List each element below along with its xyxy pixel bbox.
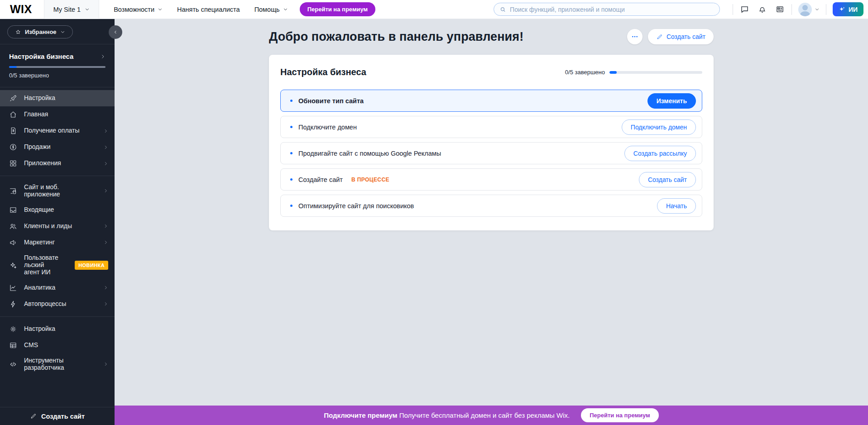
page-title: Добро пожаловать в панель управления! — [269, 30, 523, 44]
ellipsis-icon — [631, 33, 638, 40]
invoice-icon — [9, 127, 17, 135]
search-input[interactable] — [510, 6, 714, 13]
sidebar-menu: НастройкаГлавнаяПолучение оплатыПродажиП… — [0, 87, 115, 375]
task-row: Оптимизируйте сайт для поисковиковНачать — [280, 195, 702, 217]
task-action-button[interactable]: Создать сайт — [639, 172, 696, 187]
topbar-divider — [826, 4, 826, 15]
bullet-dot — [290, 100, 293, 102]
top-bar: WIX My Site 1 Возможности Нанять специал… — [0, 0, 868, 19]
chevron-down-icon — [85, 7, 90, 12]
topbar-divider — [733, 4, 733, 15]
news-icon[interactable] — [775, 5, 785, 14]
chevron-left-icon — [113, 29, 118, 35]
new-badge: НОВИНКА — [75, 261, 108, 270]
sidebar-item-gear[interactable]: Настройка — [0, 321, 115, 337]
chevron-down-icon — [158, 7, 163, 12]
wix-logo: WIX — [10, 3, 32, 16]
bell-icon[interactable] — [758, 5, 767, 14]
chevron-right-icon — [103, 161, 108, 166]
sidebar-item-invoice[interactable]: Получение оплаты — [0, 123, 115, 139]
star-icon — [15, 29, 21, 35]
table-icon — [9, 341, 17, 349]
main-content: Добро пожаловать в панель управления! Со… — [115, 19, 868, 406]
sidebar-divider — [0, 316, 115, 317]
favorites-menu[interactable]: Избранное — [7, 25, 73, 38]
sidebar-item-lightning[interactable]: Автопроцессы — [0, 296, 115, 312]
bullet-dot — [290, 178, 293, 181]
megaphone-icon — [9, 239, 17, 247]
apps-icon — [9, 159, 17, 167]
sidebar-item-apps[interactable]: Приложения — [0, 155, 115, 172]
setup-progress-bar — [9, 66, 106, 68]
bullet-dot — [290, 205, 293, 207]
sidebar-item-people[interactable]: Клиенты и лиды — [0, 218, 115, 234]
setup-progress-text: 0/5 завершено — [9, 72, 106, 79]
sidebar-item-devices[interactable]: Сайт и моб. приложение — [0, 180, 115, 202]
sidebar-item-megaphone[interactable]: Маркетинг — [0, 234, 115, 251]
account-menu[interactable] — [798, 3, 820, 16]
sidebar-item-sparkle[interactable]: Пользовательский агент ИИНОВИНКА — [0, 251, 115, 280]
chevron-right-icon — [103, 145, 108, 150]
chevron-right-icon — [103, 224, 108, 229]
card-progress-text: 0/5 завершено — [565, 69, 605, 76]
chevron-down-icon — [60, 29, 65, 34]
code-icon — [9, 360, 17, 368]
chevron-right-icon — [103, 188, 108, 193]
sidebar-item-home[interactable]: Главная — [0, 106, 115, 123]
sparkle-icon — [839, 6, 846, 13]
chevron-down-icon — [283, 7, 288, 12]
sidebar-item-rocket[interactable]: Настройка — [0, 90, 115, 106]
sidebar-collapse-button[interactable] — [109, 25, 122, 39]
sidebar-item-chart[interactable]: Аналитика — [0, 280, 115, 296]
task-row: Продвигайте сайт с помощью Google Реклам… — [280, 142, 702, 164]
sidebar-item-table[interactable]: CMS — [0, 337, 115, 353]
chart-icon — [9, 284, 17, 292]
task-action-button[interactable]: Начать — [657, 198, 696, 214]
chevron-right-icon — [100, 54, 106, 59]
chevron-right-icon — [103, 301, 108, 306]
sidebar-item-code[interactable]: Инструменты разработчика — [0, 353, 115, 375]
task-status-badge: В ПРОЦЕССЕ — [351, 177, 389, 183]
nav-item-features[interactable]: Возможности — [114, 6, 163, 13]
lightning-icon — [9, 300, 17, 308]
premium-banner-text: Подключите премиумПолучите бесплатный до… — [324, 411, 570, 419]
nav-item-hire-professional[interactable]: Нанять специалиста — [177, 6, 240, 13]
business-setup-card: Настройка бизнеса 0/5 завершено Обновите… — [269, 55, 714, 230]
ai-assistant-button[interactable]: ИИ — [833, 2, 863, 16]
sparkle-icon — [9, 261, 17, 269]
dollar-icon — [9, 143, 17, 151]
task-row: Подключите доменПодключить домен — [280, 116, 702, 138]
rocket-icon — [9, 94, 17, 102]
gear-icon — [9, 325, 17, 333]
topbar-divider — [791, 4, 792, 15]
premium-banner: Подключите премиумПолучите бесплатный до… — [115, 406, 868, 425]
nav-item-help[interactable]: Помощь — [254, 6, 288, 13]
pencil-icon — [656, 33, 663, 40]
card-title: Настройка бизнеса — [280, 67, 366, 77]
task-action-button[interactable]: Подключить домен — [622, 119, 696, 135]
chevron-right-icon — [103, 129, 108, 134]
task-action-button[interactable]: Изменить — [647, 93, 696, 109]
site-menu-label: My Site 1 — [53, 6, 81, 13]
task-action-button[interactable]: Создать рассылку — [624, 146, 696, 161]
business-setup-panel[interactable]: Настройка бизнеса 0/5 завершено — [0, 44, 115, 87]
chat-icon[interactable] — [740, 5, 749, 14]
chevron-down-icon — [815, 7, 820, 12]
more-actions-button[interactable] — [627, 29, 643, 44]
avatar — [798, 3, 812, 16]
setup-panel-title: Настройка бизнеса — [9, 53, 73, 60]
upgrade-premium-button[interactable]: Перейти на премиум — [300, 2, 376, 16]
sidebar-item-dollar[interactable]: Продажи — [0, 139, 115, 155]
sidebar-item-inbox[interactable]: Входящие — [0, 202, 115, 218]
sidebar-create-site-button[interactable]: Создать сайт — [0, 407, 115, 425]
sidebar-divider — [0, 176, 115, 176]
create-site-button[interactable]: Создать сайт — [648, 29, 714, 44]
site-menu[interactable]: My Site 1 — [44, 0, 99, 19]
bullet-dot — [290, 152, 293, 154]
task-row: Создайте сайтВ ПРОЦЕССЕСоздать сайт — [280, 168, 702, 191]
inbox-icon — [9, 206, 17, 214]
search-icon — [499, 6, 506, 13]
premium-banner-button[interactable]: Перейти на премиум — [581, 408, 659, 422]
global-search[interactable] — [494, 3, 720, 16]
task-row: Обновите тип сайтаИзменить — [280, 90, 702, 112]
